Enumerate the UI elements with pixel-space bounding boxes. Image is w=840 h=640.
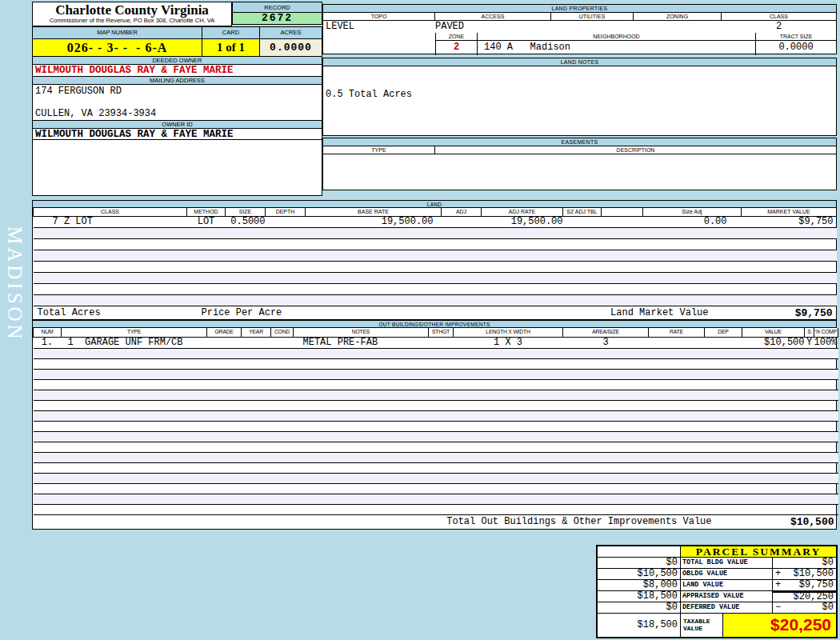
ps-row-deferred: $0 DEFERRED VALUE −$0 [598, 602, 836, 614]
col-year: YEAR [242, 328, 271, 337]
out-buildings-title: OUT BUILDINGS/OTHER IMPROVEMENTS [33, 321, 836, 328]
ps-row-obldg: $10,500 OBLDG VALUE +$10,500 [598, 569, 836, 580]
county-subtitle: Commissioner of the Revenue, PO Box 308,… [33, 18, 231, 24]
ps-value-deferred: $0 [822, 602, 834, 613]
ps-row-land: $8,000 LAND VALUE +$9,750 [598, 580, 836, 591]
ob-type: 1 GARAGE UNF FRM/CB [62, 337, 207, 348]
ps-row-taxable: $18,500 TAXABLE VALUE $20,250 [598, 614, 836, 637]
out-buildings-section: OUT BUILDINGS/OTHER IMPROVEMENTS NUM TYP… [32, 320, 837, 530]
land-adj [442, 216, 482, 227]
map-number-label: MAP NUMBER [33, 27, 202, 38]
land-table: CLASS METHOD SIZE DEPTH BASE RATE ADJ AD… [33, 208, 837, 319]
ps-value-obldg: $10,500 [794, 569, 834, 579]
ps-prior-obldg: $10,500 [598, 569, 681, 580]
mailing-address-value: 174 FERGUSON RD CULLEN, VA 23934-3934 [33, 85, 322, 121]
col-sz-adj-tbl: SZ ADJ TBL [563, 208, 602, 216]
land-depth [266, 216, 306, 227]
land-table-header-row: CLASS METHOD SIZE DEPTH BASE RATE ADJ AD… [34, 208, 837, 216]
parcel-summary: PARCEL SUMMARY $0 TOTAL BLDG VALUE $0 $1… [596, 545, 838, 638]
col-size: SIZE [226, 208, 266, 216]
card-label: CARD [202, 27, 260, 38]
land-row: 7 Z LOT LOT 0.5000 19,500.00 19,500.00 0… [34, 216, 837, 227]
district-watermark: MADISON [3, 226, 26, 342]
ps-prior-appraised: $18,500 [598, 591, 681, 602]
ps-row-appraised: $18,500 APPRAISED VALUE $20,250 [598, 591, 836, 602]
neighborhood-label: NEIGHBORHOOD [478, 33, 756, 41]
ps-prior-deferred: $0 [598, 602, 681, 614]
class-value: 2 [722, 21, 836, 33]
tract-size-label: TRACT SIZE [756, 33, 836, 41]
ob-pct-comp: 100% [814, 337, 838, 348]
col-s: S [805, 328, 814, 337]
deeded-owner-label: DEEDED OWNER [33, 57, 322, 65]
easement-description-label: DESCRIPTION [435, 146, 836, 154]
ps-value-taxable: $20,250 [723, 614, 836, 637]
empty-row [34, 294, 837, 306]
col-sthgt: STHGT [429, 328, 454, 337]
out-buildings-total-label: Total Out Buildings & Other Improvements… [446, 515, 711, 529]
land-properties-title: LAND PROPERTIES [323, 5, 836, 13]
map-number-value: 026- - 3- - - 6-A [33, 39, 202, 56]
empty-row [34, 452, 838, 462]
land-notes-section: LAND NOTES 0.5 Total Acres [322, 58, 837, 136]
empty-row [34, 348, 838, 358]
ps-sign: + [775, 580, 781, 590]
col-class: CLASS [34, 208, 187, 216]
ob-length-width: 1 X 3 [454, 337, 563, 348]
zone-neighborhood-values: 2 140 A Madison 0.0000 [436, 41, 836, 55]
col-size-adj: Size Adj [643, 208, 742, 216]
empty-row [34, 390, 838, 400]
out-buildings-footer-row: Total Out Buildings & Other Improvements… [34, 514, 838, 529]
map-card-acres-header-row: MAP NUMBER CARD ACRES [33, 27, 322, 39]
ps-title-blank-cell [598, 546, 681, 558]
easement-type-label: TYPE [323, 146, 435, 154]
parcel-owner-panel: MAP NUMBER CARD ACRES 026- - 3- - - 6-A … [32, 26, 322, 196]
out-building-row: 1. 1 GARAGE UNF FRM/CB METAL PRE-FAB 1 X… [34, 337, 838, 348]
ps-prior-total-bldg: $0 [598, 558, 681, 569]
ps-value-land: $9,750 [799, 580, 834, 590]
land-properties-section: LAND PROPERTIES TOPO ACCESS UTILITIES ZO… [322, 4, 837, 54]
land-market-value-total: $9,750 [795, 306, 833, 320]
empty-row [34, 462, 838, 473]
ob-dep [705, 337, 742, 348]
empty-row [34, 410, 838, 421]
utilities-label: UTILITIES [551, 13, 634, 21]
col-num: NUM [34, 328, 62, 337]
col-market-value: MARKET VALUE [742, 208, 837, 216]
land-method: LOT [187, 216, 226, 227]
class-label: CLASS [722, 13, 836, 21]
address-line-2: CULLEN, VA 23934-3934 [35, 108, 322, 119]
ob-rate [649, 337, 705, 348]
tract-size-value: 0.0000 [756, 41, 836, 55]
empty-row [34, 483, 838, 494]
neighborhood-value: 140 A Madison [478, 41, 756, 55]
empty-row [34, 358, 838, 369]
zoning-label: ZONING [634, 13, 722, 21]
ob-area-size: 3 [563, 337, 649, 348]
ob-notes: METAL PRE-FAB [294, 337, 429, 348]
record-box: RECORD 2672 [232, 2, 322, 25]
empty-row [34, 261, 837, 272]
land-properties-values: LEVEL PAVED 2 [323, 21, 836, 33]
col-base-rate: BASE RATE [306, 208, 442, 216]
empty-row [34, 227, 837, 238]
ob-s-flag: Y [805, 337, 814, 348]
col-value: VALUE [742, 328, 805, 337]
empty-row [34, 283, 837, 294]
zone-neighborhood-headers: ZONE NEIGHBORHOOD TRACT SIZE [436, 33, 836, 41]
zone-neighborhood-row: ZONE NEIGHBORHOOD TRACT SIZE 2 140 A Mad… [323, 33, 836, 55]
zoning-value [634, 21, 722, 33]
land-notes-title: LAND NOTES [323, 58, 836, 66]
empty-row [34, 272, 837, 283]
land-properties-headers: TOPO ACCESS UTILITIES ZONING CLASS [323, 13, 836, 21]
deeded-owner-value: WILMOUTH DOUGLAS RAY & FAYE MARIE [33, 65, 322, 77]
out-buildings-total-value: $10,500 [790, 515, 834, 529]
col-area-size: AREA/SIZE [563, 328, 649, 337]
ob-year [242, 337, 271, 348]
ob-value: $10,500 [742, 337, 805, 348]
ps-label-appraised: APPRAISED VALUE [681, 591, 773, 602]
col-grade: GRADE [207, 328, 242, 337]
acres-value: 0.0000 [260, 39, 322, 56]
ps-label-deferred: DEFERRED VALUE [681, 602, 773, 614]
empty-row [34, 400, 838, 410]
